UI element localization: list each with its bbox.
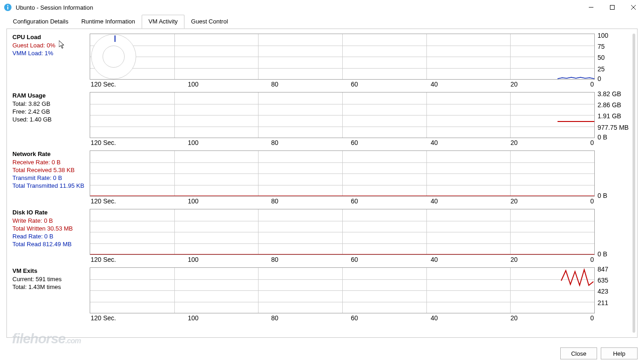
x-axis: 120 Sec.100806040200 bbox=[90, 196, 595, 207]
titlebar: Ubunto - Session Information bbox=[0, 0, 644, 15]
x-tick: 60 bbox=[351, 139, 358, 146]
x-tick: 60 bbox=[351, 81, 358, 88]
maximize-icon bbox=[610, 5, 615, 10]
x-tick: 120 Sec. bbox=[91, 139, 116, 146]
y-tick: 25 bbox=[598, 65, 605, 73]
vertical-scrollbar[interactable] bbox=[632, 34, 635, 333]
x-tick: 0 bbox=[590, 81, 594, 88]
net-tx-total: Total Transmitted 11.95 KB bbox=[12, 182, 90, 190]
x-tick: 80 bbox=[271, 256, 278, 263]
window-controls bbox=[581, 0, 644, 15]
tab-vm-activity[interactable]: VM Activity bbox=[142, 15, 185, 29]
ram-used: Used: 1.40 GB bbox=[12, 116, 90, 124]
y-tick: 1.91 GB bbox=[598, 112, 621, 120]
disk-title: Disk IO Rate bbox=[12, 209, 90, 217]
x-tick: 120 Sec. bbox=[91, 81, 116, 88]
content-panel: CPU Load Guest Load: 0% VMM Load: 1% bbox=[6, 29, 638, 338]
disk-plot[interactable] bbox=[90, 209, 595, 255]
maximize-button[interactable] bbox=[602, 0, 623, 15]
cpu-load-plot[interactable] bbox=[90, 34, 595, 80]
net-flatline bbox=[90, 196, 594, 196]
x-tick: 120 Sec. bbox=[91, 197, 116, 205]
svg-rect-4 bbox=[610, 6, 615, 10]
exits-line-trace bbox=[558, 268, 594, 313]
ram-usage-row: RAM Usage Total: 3.82 GB Free: 2.42 GB U… bbox=[12, 92, 631, 149]
cpu-line-trace bbox=[558, 34, 594, 79]
x-tick: 40 bbox=[431, 81, 438, 88]
watermark-domain: .com bbox=[65, 337, 80, 345]
x-tick: 20 bbox=[511, 314, 518, 322]
x-tick: 80 bbox=[271, 314, 278, 322]
tab-configuration-details[interactable]: Configuration Details bbox=[6, 15, 75, 28]
svg-point-2 bbox=[7, 5, 8, 6]
dialog-footer: Close Help bbox=[560, 347, 638, 359]
y-tick: 211 bbox=[598, 299, 608, 306]
cpu-pie-icon bbox=[91, 34, 136, 79]
x-tick: 0 bbox=[590, 256, 594, 263]
x-tick: 40 bbox=[431, 197, 438, 205]
y-tick: 0 B bbox=[598, 192, 607, 199]
y-tick: 0 B bbox=[598, 133, 607, 141]
x-tick: 80 bbox=[271, 197, 278, 205]
cpu-guest-load: Guest Load: 0% bbox=[12, 42, 90, 50]
ram-plot[interactable] bbox=[90, 92, 595, 138]
y-tick: 847 bbox=[598, 266, 608, 273]
close-icon bbox=[631, 5, 636, 10]
exits-total: Total: 1.43M times bbox=[12, 283, 90, 291]
tab-runtime-information[interactable]: Runtime Information bbox=[75, 15, 142, 28]
y-tick: 423 bbox=[598, 288, 608, 295]
net-plot[interactable] bbox=[90, 150, 595, 196]
net-rx-rate: Receive Rate: 0 B bbox=[12, 159, 90, 167]
x-axis: 120 Sec. 100 80 60 40 20 0 bbox=[90, 80, 595, 90]
watermark: filehorse.com bbox=[12, 331, 80, 347]
x-tick: 20 bbox=[511, 197, 518, 205]
x-tick: 0 bbox=[590, 197, 594, 205]
watermark-brand: filehorse bbox=[12, 331, 65, 346]
disk-read-rate: Read Rate: 0 B bbox=[12, 233, 90, 241]
x-tick: 80 bbox=[271, 139, 278, 146]
disk-write-total: Total Written 30.53 MB bbox=[12, 225, 90, 233]
disk-flatline bbox=[90, 254, 594, 255]
x-tick: 100 bbox=[188, 81, 198, 88]
tab-guest-control[interactable]: Guest Control bbox=[184, 15, 234, 28]
x-tick: 80 bbox=[271, 81, 278, 88]
close-button[interactable] bbox=[623, 0, 644, 15]
minimize-icon bbox=[589, 5, 593, 10]
x-tick: 20 bbox=[511, 256, 518, 263]
disk-io-row: Disk IO Rate Write Rate: 0 B Total Writt… bbox=[12, 209, 631, 266]
exits-plot[interactable] bbox=[90, 267, 595, 313]
cpu-load-title: CPU Load bbox=[12, 34, 90, 41]
y-tick: 75 bbox=[598, 43, 605, 50]
x-tick: 100 bbox=[188, 197, 198, 205]
y-tick: 50 bbox=[598, 54, 605, 61]
x-tick: 120 Sec. bbox=[91, 256, 116, 263]
exits-title: VM Exits bbox=[12, 267, 90, 275]
x-tick: 0 bbox=[590, 314, 594, 322]
net-title: Network Rate bbox=[12, 150, 90, 158]
y-tick: 2.86 GB bbox=[598, 101, 621, 109]
x-tick: 40 bbox=[431, 314, 438, 322]
y-tick: 0 bbox=[598, 75, 601, 82]
cpu-load-row: CPU Load Guest Load: 0% VMM Load: 1% bbox=[12, 34, 631, 90]
tab-strip: Configuration Details Runtime Informatio… bbox=[0, 15, 644, 29]
close-dialog-button[interactable]: Close bbox=[560, 347, 597, 359]
ram-line-trace bbox=[558, 92, 594, 138]
exits-current: Current: 591 times bbox=[12, 276, 90, 283]
info-icon bbox=[4, 3, 12, 12]
ram-total: Total: 3.82 GB bbox=[12, 100, 90, 108]
y-tick: 3.82 GB bbox=[598, 90, 621, 98]
net-rx-total: Total Received 5.38 KB bbox=[12, 167, 90, 174]
disk-write-rate: Write Rate: 0 B bbox=[12, 217, 90, 225]
network-rate-row: Network Rate Receive Rate: 0 B Total Rec… bbox=[12, 150, 631, 207]
svg-rect-1 bbox=[7, 7, 8, 10]
disk-read-total: Total Read 812.49 MB bbox=[12, 241, 90, 248]
x-tick: 60 bbox=[351, 256, 358, 263]
x-tick: 20 bbox=[511, 81, 518, 88]
x-tick: 60 bbox=[351, 197, 358, 205]
help-button[interactable]: Help bbox=[601, 347, 638, 359]
window-title: Ubunto - Session Information bbox=[16, 4, 93, 11]
y-tick: 635 bbox=[598, 277, 608, 284]
net-tx-rate: Transmit Rate: 0 B bbox=[12, 174, 90, 182]
x-axis: 120 Sec.100806040200 bbox=[90, 138, 595, 149]
minimize-button[interactable] bbox=[581, 0, 602, 15]
